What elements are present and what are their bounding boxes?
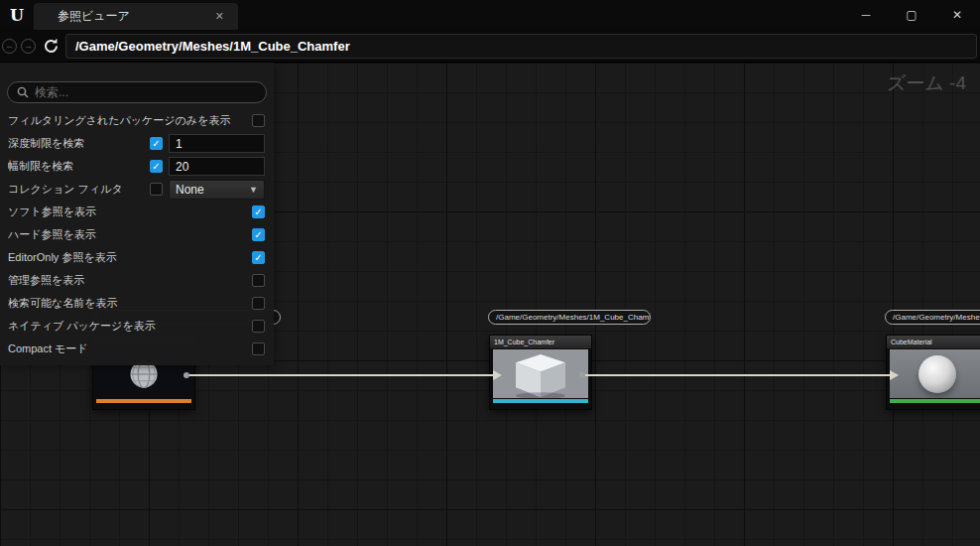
tab-reference-viewer[interactable]: 参照ビューア ✕ [34, 3, 238, 30]
filter-row-label: コレクション フィルタ [8, 182, 144, 197]
checkbox[interactable] [252, 342, 265, 355]
checkbox[interactable] [252, 297, 265, 310]
node-static-mesh[interactable]: 1M_Cube_Chamfer [489, 335, 592, 410]
check-icon: ✓ [254, 207, 262, 217]
node-material[interactable]: CubeMaterial [886, 335, 980, 410]
filter-row-label: 幅制限を検索 [8, 159, 144, 174]
check-icon: ✓ [254, 253, 262, 263]
filter-row: EditorOnly 参照を表示✓ [0, 246, 274, 269]
maximize-button[interactable]: ▢ [889, 0, 934, 30]
checkbox[interactable] [252, 320, 265, 333]
collection-filter-select[interactable]: None▼ [169, 180, 265, 200]
search-input[interactable] [35, 85, 257, 99]
checkbox[interactable]: ✓ [252, 228, 265, 241]
filter-row: フィルタリングされたパッケージのみを表示 [0, 109, 274, 132]
cube-icon [493, 349, 588, 398]
asset-type-bar [493, 399, 588, 403]
filter-row-label: ネイティブ パッケージを表示 [8, 319, 246, 334]
node-path-label: /Game/Geometry/Meshes/CubeMaterial [885, 310, 980, 325]
asset-path-field[interactable]: /Game/Geometry/Meshes/1M_Cube_Chamfer [65, 34, 977, 59]
tab-title: 参照ビューア [58, 8, 211, 25]
asset-type-bar [890, 399, 980, 403]
filter-row-label: ハード参照を表示 [8, 227, 246, 242]
filter-row-label: 管理参照を表示 [8, 273, 246, 288]
check-icon: ✓ [152, 162, 160, 172]
minimize-button[interactable]: ─ [843, 0, 889, 30]
select-value: None [176, 183, 204, 197]
filter-value-input[interactable] [169, 157, 265, 176]
node-header: CubeMaterial [887, 336, 980, 348]
checkbox[interactable] [252, 114, 265, 127]
filter-row: Compact モード [0, 338, 274, 360]
checkbox[interactable]: ✓ [150, 137, 163, 150]
navigation-bar: ← → /Game/Geometry/Meshes/1M_Cube_Chamfe… [0, 30, 980, 63]
asset-type-bar [96, 399, 191, 403]
unreal-logo-icon: U [0, 0, 34, 30]
window-controls: ─ ▢ ✕ [843, 0, 980, 30]
filter-row: 幅制限を検索✓ [0, 155, 274, 178]
filter-row-label: Compact モード [8, 341, 246, 356]
filter-row-label: フィルタリングされたパッケージのみを表示 [8, 113, 246, 128]
forward-icon[interactable]: → [21, 39, 36, 54]
material-sphere-icon [919, 355, 956, 393]
material-thumbnail [890, 349, 980, 398]
back-icon[interactable]: ← [2, 39, 17, 54]
filter-row-label: 検索可能な名前を表示 [8, 296, 246, 311]
reference-graph-canvas[interactable]: ズーム -4 /Game/Geometry/Meshes/1M_Cube_Cha… [0, 63, 980, 546]
node-path-label: /Game/Geometry/Meshes/1M_Cube_Chamfer [488, 310, 651, 325]
filter-row: ハード参照を表示✓ [0, 223, 274, 246]
checkbox[interactable]: ✓ [150, 160, 163, 173]
check-icon: ✓ [152, 139, 160, 149]
filter-row: 深度制限を検索✓ [0, 132, 274, 155]
refresh-icon[interactable] [40, 35, 61, 57]
filter-row: コレクション フィルタNone▼ [0, 178, 274, 201]
filter-row-label: EditorOnly 参照を表示 [8, 250, 246, 265]
search-box[interactable] [7, 81, 267, 103]
checkbox[interactable]: ✓ [252, 205, 265, 218]
close-button[interactable]: ✕ [934, 0, 980, 30]
tab-close-icon[interactable]: ✕ [211, 8, 228, 25]
title-bar: U 参照ビューア ✕ ─ ▢ ✕ [0, 0, 980, 30]
search-icon [17, 86, 29, 98]
zoom-level-label: ズーム -4 [887, 70, 966, 96]
filter-row: ネイティブ パッケージを表示 [0, 315, 274, 338]
filter-value-input[interactable] [169, 134, 265, 153]
filter-row: ソフト参照を表示✓ [0, 201, 274, 223]
filter-row: 管理参照を表示 [0, 269, 274, 292]
checkbox[interactable] [150, 183, 163, 196]
filter-row-label: ソフト参照を表示 [8, 205, 246, 219]
filter-panel: フィルタリングされたパッケージのみを表示深度制限を検索✓幅制限を検索✓コレクショ… [0, 63, 274, 365]
filter-rows: フィルタリングされたパッケージのみを表示深度制限を検索✓幅制限を検索✓コレクショ… [0, 109, 274, 360]
checkbox[interactable] [252, 274, 265, 287]
chevron-down-icon: ▼ [249, 185, 258, 195]
checkbox[interactable]: ✓ [252, 251, 265, 264]
filter-row: 検索可能な名前を表示 [0, 292, 274, 315]
check-icon: ✓ [254, 230, 262, 240]
filter-row-label: 深度制限を検索 [8, 136, 144, 151]
mesh-thumbnail [493, 349, 588, 398]
node-header: 1M_Cube_Chamfer [490, 336, 591, 348]
